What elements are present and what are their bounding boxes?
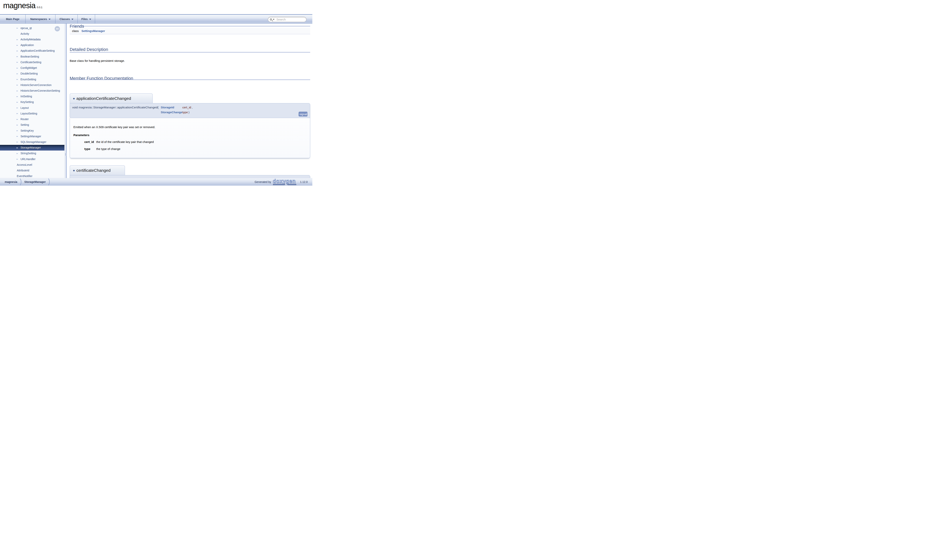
sidebar-resize-splitter[interactable] bbox=[65, 24, 67, 186]
param-name: cert_id bbox=[182, 106, 191, 109]
sidebar-item-enumsetting[interactable]: ►EnumSetting bbox=[0, 77, 65, 82]
tree-expand-arrow-icon[interactable]: ► bbox=[17, 124, 20, 126]
tree-expand-arrow-icon[interactable]: ► bbox=[17, 118, 20, 120]
sidebar-item-activitymetadata[interactable]: ►ActivityMetadata bbox=[0, 37, 65, 42]
settingsmanager-link[interactable]: SettingsManager bbox=[82, 29, 105, 32]
sidebar-item-certificatesetting[interactable]: ►CertificateSetting bbox=[0, 59, 65, 65]
tree-expand-arrow-icon[interactable]: ► bbox=[17, 129, 20, 132]
table-row: type the type of change bbox=[84, 146, 156, 154]
tree-expand-arrow-icon[interactable]: ► bbox=[17, 44, 20, 46]
sidebar-item-attributeid[interactable]: AttributeId bbox=[0, 168, 65, 173]
sidebar-item-layoutsetting[interactable]: ►LayoutSetting bbox=[0, 111, 65, 116]
doxygen-logo-underline bbox=[287, 184, 296, 185]
tree-expand-arrow-icon[interactable]: ► bbox=[17, 50, 20, 52]
tab-label: Main Page bbox=[6, 18, 19, 21]
sidebar-item-stringsetting[interactable]: ►StringSetting bbox=[0, 151, 65, 156]
sidebar-item-label: AccessLevel bbox=[17, 163, 32, 166]
member-function-documentation-heading: Member Function Documentation bbox=[70, 76, 133, 81]
sidebar-item-accesslevel[interactable]: AccessLevel bbox=[0, 162, 65, 168]
tree-expand-arrow-icon[interactable]: ► bbox=[17, 78, 20, 80]
search-icon[interactable] bbox=[270, 18, 272, 20]
sidebar-item-label: CertificateSetting bbox=[20, 61, 42, 64]
sidebar-item-booleansetting[interactable]: ►BooleanSetting bbox=[0, 54, 65, 59]
sidebar-item-activity[interactable]: Activity bbox=[0, 31, 65, 37]
sidebar-item-label: HistoricServerConnection bbox=[20, 83, 51, 86]
tree-expand-arrow-icon[interactable]: ► bbox=[17, 38, 20, 40]
doxygen-version: 1.12.0 bbox=[300, 180, 308, 183]
section-rule bbox=[70, 26, 310, 26]
page-header: magnesia0.0.1 bbox=[0, 0, 312, 14]
tree-expand-arrow-icon[interactable]: ► bbox=[17, 84, 20, 86]
param-doc-desc: the id of the certificate key pair that … bbox=[96, 139, 156, 146]
sidebar-item-configwidget[interactable]: ►ConfigWidget bbox=[0, 65, 65, 71]
sidebar-item-layout[interactable]: ►Layout bbox=[0, 105, 65, 111]
tree-expand-arrow-icon[interactable]: ► bbox=[17, 90, 20, 92]
sidebar-item-historicserverconnectionsetting[interactable]: ►HistoricServerConnectionSetting bbox=[0, 88, 65, 94]
sidebar-item-label: Application bbox=[20, 43, 34, 46]
memtitle-certificatechanged[interactable]: ◆ certificateChanged bbox=[70, 165, 125, 175]
sidebar-item-applicationcertificatesetting[interactable]: ►ApplicationCertificateSetting bbox=[0, 48, 65, 54]
member-name: void magnesia::StorageManager::applicati… bbox=[72, 105, 157, 110]
tab-namespaces[interactable]: Namespaces bbox=[26, 15, 56, 23]
parameters-heading: Parameters bbox=[73, 133, 306, 137]
sidebar-item-storagemanager-selected[interactable]: ►StorageManager bbox=[0, 145, 65, 151]
tab-files[interactable]: Files bbox=[78, 15, 95, 23]
sidebar-item-intsetting[interactable]: ►IntSetting bbox=[0, 94, 65, 99]
tree-expand-arrow-icon[interactable]: ► bbox=[17, 135, 20, 137]
breadcrumb: magnesia StorageManager bbox=[0, 178, 255, 185]
sidebar-item-router[interactable]: ►Router bbox=[0, 116, 65, 122]
tree-expand-arrow-icon[interactable]: ► bbox=[17, 27, 20, 29]
member-prototype: void magnesia::StorageManager::applicati… bbox=[70, 103, 310, 118]
parameters-table: cert_id the id of the certificate key pa… bbox=[84, 139, 156, 154]
tree-expand-arrow-icon[interactable]: ► bbox=[17, 141, 20, 143]
storagechange-type-link[interactable]: StorageChange bbox=[161, 111, 182, 114]
sidebar-item-sqlstoragemanager[interactable]: ►SQLStorageManager bbox=[0, 139, 65, 145]
search-input[interactable] bbox=[276, 18, 303, 21]
tree-expand-arrow-icon[interactable]: ► bbox=[17, 72, 20, 75]
sidebar-item-settingsmanager[interactable]: ►SettingsManager bbox=[0, 133, 65, 139]
sidebar-item-historicserverconnection[interactable]: ►HistoricServerConnection bbox=[0, 82, 65, 88]
sidebar-item-settingkey[interactable]: ►SettingKey bbox=[0, 128, 65, 133]
sidebar-item-keysetting[interactable]: ►KeySetting bbox=[0, 99, 65, 105]
tree-expand-arrow-icon[interactable]: ► bbox=[17, 158, 20, 160]
param-doc-name: type bbox=[84, 146, 96, 154]
search-filter-caret-icon[interactable] bbox=[273, 19, 275, 20]
memtitle-applicationcertificatechanged[interactable]: ◆ applicationCertificateChanged bbox=[70, 94, 153, 103]
sidebar-item-urlhandler[interactable]: ►URLHandler bbox=[0, 156, 65, 162]
splitter-grip-icon[interactable] bbox=[65, 153, 67, 156]
tree-expand-arrow-icon[interactable]: ► bbox=[17, 101, 20, 103]
doxygen-logo-text: doxygen bbox=[273, 178, 296, 184]
class-brief-description: Base class for handling persistent stora… bbox=[70, 59, 125, 62]
sidebar-item-doublesetting[interactable]: ►DoubleSetting bbox=[0, 71, 65, 77]
tree-expand-arrow-icon[interactable]: ► bbox=[17, 55, 20, 57]
sidebar-item-application[interactable]: ►Application bbox=[0, 42, 65, 48]
chevron-down-icon bbox=[71, 19, 73, 20]
storageid-type-link[interactable]: StorageId bbox=[161, 106, 174, 109]
tree-expand-arrow-icon[interactable]: ► bbox=[17, 95, 20, 97]
breadcrumb-separator-icon bbox=[48, 178, 51, 185]
tab-main-page[interactable]: Main Page bbox=[0, 15, 26, 23]
tree-expand-arrow-icon[interactable]: ► bbox=[17, 112, 20, 114]
tab-label: Classes bbox=[60, 18, 70, 21]
tab-classes[interactable]: Classes bbox=[56, 15, 78, 23]
doxygen-logo[interactable]: doxygen bbox=[273, 178, 298, 185]
tree-expand-arrow-icon[interactable]: ► bbox=[17, 152, 20, 154]
search-box[interactable] bbox=[268, 17, 306, 22]
sidebar-item-label: SQLStorageManager bbox=[20, 140, 46, 143]
sidebar-item-setting[interactable]: ►Setting bbox=[0, 122, 65, 128]
sidebar-item-label: ApplicationCertificateSetting bbox=[20, 49, 55, 52]
sidebar-item-label: AttributeId bbox=[17, 169, 29, 172]
tree-expand-arrow-icon[interactable]: ► bbox=[17, 107, 20, 109]
tree-expand-arrow-icon[interactable]: ► bbox=[17, 67, 20, 69]
tree-expand-arrow-icon[interactable]: ► bbox=[17, 147, 20, 149]
sidebar-item-label: StorageManager bbox=[20, 146, 41, 149]
close-paren: ) bbox=[188, 111, 189, 114]
detailed-description-heading: Detailed Description bbox=[70, 47, 108, 52]
tree-expand-arrow-icon[interactable]: ► bbox=[17, 61, 20, 63]
member-documentation: Emitted when an X.509 certificate key pa… bbox=[70, 118, 310, 158]
breadcrumb-magnesia[interactable]: magnesia bbox=[5, 180, 17, 183]
param-separator: , bbox=[192, 106, 193, 109]
member-separator bbox=[70, 34, 310, 34]
breadcrumb-storagemanager[interactable]: StorageManager bbox=[25, 180, 46, 183]
tree-sync-toggle-icon[interactable]: ↔ bbox=[55, 26, 60, 31]
